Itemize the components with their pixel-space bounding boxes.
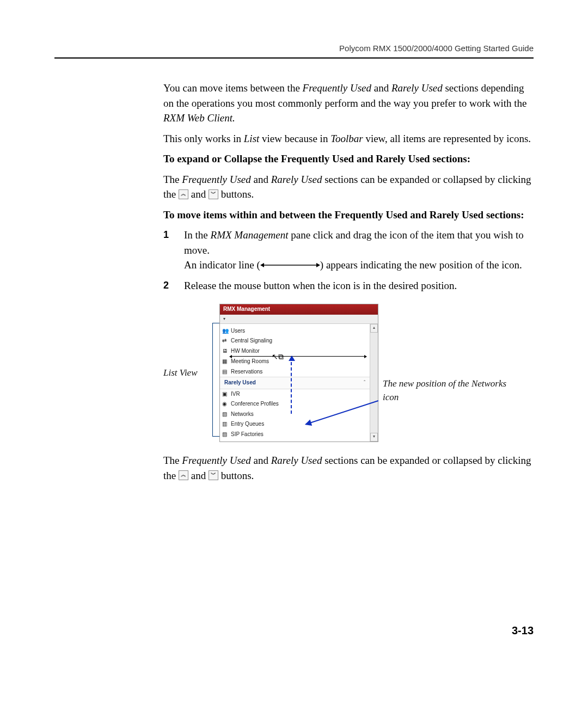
step-number: 1 bbox=[163, 228, 184, 274]
text: and bbox=[251, 455, 271, 466]
item-label: Networks bbox=[231, 411, 254, 417]
list-item[interactable]: ◉Conference Profiles bbox=[220, 399, 370, 409]
text: This only works in bbox=[163, 133, 244, 144]
indicator-line-icon bbox=[260, 257, 320, 272]
bracket-icon bbox=[212, 323, 219, 437]
rmx-management-panel: RMX Management ▾ 👥Users ⇄Central Signali… bbox=[219, 304, 378, 442]
section-label: Rarely Used bbox=[224, 379, 256, 385]
item-label: HW Monitor bbox=[231, 348, 260, 354]
header-rule bbox=[54, 57, 534, 59]
item-label: Entry Queues bbox=[231, 421, 264, 427]
network-icon: ▧ bbox=[222, 410, 229, 417]
collapse-down-icon: ︾ bbox=[209, 189, 218, 199]
figure: List View RMX Management ▾ 👥Users ⇄Centr… bbox=[163, 304, 534, 442]
item-label: Reservations bbox=[231, 369, 262, 375]
scrollbar[interactable]: ▴ ▾ bbox=[370, 324, 378, 442]
steps-list: 1 In the RMX Management pane click and d… bbox=[163, 228, 534, 293]
collapse-up-icon: ︽ bbox=[179, 470, 188, 480]
list-item[interactable]: ▤Reservations bbox=[220, 367, 370, 377]
paragraph-intro-2: This only works in List view because in … bbox=[163, 131, 534, 146]
list-item[interactable]: ⇄Central Signaling bbox=[220, 336, 370, 346]
profile-icon: ◉ bbox=[222, 400, 229, 407]
paragraph-expand-collapse: The Frequently Used and Rarely Used sect… bbox=[163, 172, 534, 202]
panel-list: 👥Users ⇄Central Signaling 🖥HW Monitor ▦M… bbox=[220, 324, 370, 442]
scroll-down-button[interactable]: ▾ bbox=[370, 433, 378, 442]
room-icon: ▦ bbox=[222, 358, 229, 364]
text: The bbox=[163, 174, 182, 185]
rarely-used-header[interactable]: Rarely Used ˆ bbox=[220, 377, 370, 389]
text: buttons. bbox=[221, 188, 254, 200]
item-label: Users bbox=[231, 328, 245, 334]
page-number: 3-13 bbox=[54, 624, 534, 637]
item-label: IVR bbox=[231, 391, 240, 397]
sip-icon: ▨ bbox=[222, 431, 229, 437]
scroll-up-button[interactable]: ▴ bbox=[370, 324, 378, 333]
dashed-arrow-icon bbox=[291, 357, 293, 414]
text: Release the mouse button when the icon i… bbox=[184, 278, 534, 293]
queue-icon: ▥ bbox=[222, 420, 229, 427]
text: view, all items are represented by icons… bbox=[363, 133, 531, 144]
list-item[interactable]: ▨SIP Factories bbox=[220, 430, 370, 440]
collapse-up-icon: ︽ bbox=[179, 189, 188, 199]
step-number: 2 bbox=[163, 278, 184, 293]
collapse-down-icon: ︾ bbox=[209, 470, 218, 480]
svg-marker-1 bbox=[260, 263, 264, 267]
panel-title: RMX Management bbox=[220, 304, 378, 315]
drag-cursor-icon: ↖⧉ bbox=[272, 351, 284, 362]
monitor-icon: 🖥 bbox=[222, 347, 229, 354]
text: ) appears indicating the new position of… bbox=[320, 259, 522, 271]
text: and bbox=[191, 188, 209, 200]
text-italic: Rarely Used bbox=[391, 82, 443, 94]
signal-icon: ⇄ bbox=[222, 337, 229, 344]
callout-text: The new position of the Networks icon bbox=[383, 377, 519, 404]
text-italic: Frequently Used bbox=[182, 455, 250, 466]
list-item[interactable]: 👥Users bbox=[220, 326, 370, 336]
text: and bbox=[191, 470, 209, 481]
text-italic: List bbox=[244, 133, 260, 144]
text-italic: RXM Web Client. bbox=[163, 112, 235, 124]
text: You can move items between the bbox=[163, 82, 303, 94]
text-italic: Toolbar bbox=[330, 133, 363, 144]
heading-expand-collapse: To expand or Collapse the Frequently Use… bbox=[163, 151, 534, 167]
text: In the bbox=[184, 229, 211, 241]
list-item[interactable]: 🖥HW Monitor bbox=[220, 346, 370, 357]
paragraph-after-figure: The Frequently Used and Rarely Used sect… bbox=[163, 453, 534, 483]
list-item[interactable]: ▣IVR bbox=[220, 389, 370, 400]
text: and bbox=[371, 82, 391, 94]
svg-marker-2 bbox=[316, 263, 320, 267]
text: buttons. bbox=[221, 470, 254, 481]
users-icon: 👥 bbox=[222, 327, 229, 334]
text-italic: Frequently Used bbox=[182, 174, 250, 185]
list-item[interactable]: ▥Entry Queues bbox=[220, 419, 370, 430]
heading-move-items: To move items within and between the Fre… bbox=[163, 207, 534, 223]
text: and bbox=[251, 174, 271, 185]
body-content: You can move items between the Frequentl… bbox=[163, 81, 534, 483]
text: view because in bbox=[259, 133, 330, 144]
step-1: 1 In the RMX Management pane click and d… bbox=[163, 228, 534, 274]
text: An indicator line ( bbox=[184, 259, 260, 271]
text: The bbox=[163, 455, 182, 466]
paragraph-intro-1: You can move items between the Frequentl… bbox=[163, 81, 534, 126]
figure-label-left: List View bbox=[163, 366, 212, 380]
ivr-icon: ▣ bbox=[222, 390, 229, 397]
panel-toolbar: ▾ bbox=[220, 315, 378, 324]
item-label: Central Signaling bbox=[231, 338, 272, 344]
item-label: SIP Factories bbox=[231, 431, 264, 437]
text-italic: Frequently Used bbox=[303, 82, 371, 94]
item-label: Conference Profiles bbox=[231, 401, 279, 407]
text-italic: RMX Management bbox=[211, 229, 289, 241]
text-italic: Rarely Used bbox=[271, 174, 322, 185]
step-2: 2 Release the mouse button when the icon… bbox=[163, 278, 534, 293]
reservation-icon: ▤ bbox=[222, 368, 229, 375]
item-label: Meeting Rooms bbox=[231, 358, 269, 364]
page-header: Polycom RMX 1500/2000/4000 Getting Start… bbox=[54, 44, 534, 53]
text-italic: Rarely Used bbox=[271, 455, 322, 466]
chevron-up-icon[interactable]: ˆ bbox=[364, 379, 365, 386]
